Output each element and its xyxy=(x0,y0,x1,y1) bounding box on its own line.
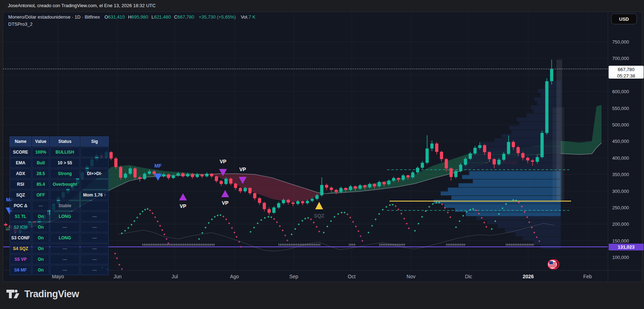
candle-body xyxy=(421,163,424,168)
ichimoku-cloud xyxy=(254,174,272,199)
bar-countdown: 05:27:38 xyxy=(609,73,644,79)
oscillator-dot xyxy=(220,214,222,216)
candle-body xyxy=(272,208,276,213)
candle-body xyxy=(172,175,175,178)
oscillator-dot xyxy=(459,220,461,222)
oscillator-dot xyxy=(389,204,391,206)
oscillator-dot xyxy=(114,253,116,255)
candle-body xyxy=(387,181,391,184)
candle-body xyxy=(181,173,184,176)
oscillator-dot xyxy=(327,226,328,228)
candle-body xyxy=(540,133,544,157)
candle-body xyxy=(196,174,199,177)
oscillator-dot xyxy=(268,216,269,218)
oscillator-dot xyxy=(264,217,266,219)
oscillator-dot xyxy=(211,219,213,220)
oscillator-dot xyxy=(313,222,315,224)
oscillator-dot xyxy=(228,223,230,224)
oscillator-dot xyxy=(375,219,377,220)
oscillator-dot xyxy=(231,227,233,229)
table-cell-name: RSI xyxy=(10,179,31,189)
candle-body xyxy=(483,145,486,152)
time-axis-label: Dic xyxy=(465,274,472,279)
oscillator-dot xyxy=(330,220,332,222)
ohlc-letter: O xyxy=(104,14,108,20)
oscillator-dot xyxy=(271,216,272,218)
oscillator-dot xyxy=(294,228,296,230)
table-header-cell: Status xyxy=(50,136,80,146)
oscillator-dot xyxy=(447,212,449,214)
symbol-legend[interactable]: Monero/Dólar estadounidense · 1D · Bitfi… xyxy=(8,14,256,20)
candle-body xyxy=(358,185,362,189)
candle-body xyxy=(373,184,376,186)
table-cell-name: S3 CONF xyxy=(10,233,31,243)
volume-value: 7 K xyxy=(248,14,256,20)
table-cell-value: On xyxy=(32,265,49,275)
candle-body xyxy=(368,184,371,187)
candle-body xyxy=(497,160,501,164)
candle-body xyxy=(138,177,142,179)
candle-body xyxy=(378,182,381,186)
oscillator-dot xyxy=(358,230,360,232)
candle-body xyxy=(516,147,520,153)
time-axis-label: 2026 xyxy=(522,274,534,279)
oscillator-dot xyxy=(350,217,351,219)
oscillator-dot xyxy=(450,216,451,218)
candle-body xyxy=(224,179,228,184)
table-cell-name: S5 VP xyxy=(10,254,31,264)
candle-body xyxy=(205,174,208,176)
table-header-cell: Sig xyxy=(80,136,109,146)
currency-toggle-button[interactable]: USD xyxy=(611,14,637,24)
table-cell-value: 100% xyxy=(32,147,49,157)
ichimoku-cloud xyxy=(592,106,596,154)
table-cell-name: S1 TL xyxy=(10,211,31,221)
table-cell-name: SCORE xyxy=(10,147,31,157)
table-cell-name: POC Δ xyxy=(10,201,31,211)
vp-marker-label: VP xyxy=(222,200,229,206)
oscillator-dot xyxy=(421,216,423,218)
volume-profile-bar xyxy=(501,134,561,138)
table-cell-value: OFF xyxy=(32,190,49,200)
table-cell-value: On xyxy=(32,244,49,254)
candle-body xyxy=(277,203,280,208)
ichimoku-cloud xyxy=(579,141,592,154)
oscillator-dot xyxy=(128,227,129,229)
volume-profile-bar xyxy=(523,237,561,241)
candle-body xyxy=(167,174,170,178)
price-axis-label: 350,000 xyxy=(612,172,629,177)
oscillator-dot xyxy=(341,212,343,214)
oscillator-dot xyxy=(257,223,259,224)
indicator-legend[interactable]: DTSPro3_2 xyxy=(8,21,33,27)
footer-brand[interactable]: TradingView xyxy=(6,288,79,300)
oscillator-dot xyxy=(408,228,410,229)
table-cell-status xyxy=(50,190,80,200)
oscillator-dot xyxy=(284,235,286,236)
table-cell-sig: Mom 1.76 ↑ xyxy=(80,190,109,200)
ohlc-values: O631,410H695,980L621,480C667,780 xyxy=(101,14,194,20)
candle-body xyxy=(306,201,309,203)
candle-body xyxy=(186,174,189,176)
candle-body xyxy=(330,188,333,190)
chart-panel: MFMFVPVPVPVPSQZ Monero/Dólar estadounide… xyxy=(3,12,642,282)
time-axis-label: Nov xyxy=(407,274,416,279)
table-cell-value: Bull xyxy=(32,158,49,168)
oscillator-dot xyxy=(119,264,120,266)
candle-body xyxy=(215,176,218,181)
oscillator-dot xyxy=(360,235,362,237)
volume-profile-bar xyxy=(459,167,561,171)
oscillator-dot xyxy=(371,225,373,227)
oscillator-dot xyxy=(304,218,306,220)
oscillator-dot xyxy=(261,219,262,221)
sqz-marker-label: SQZ xyxy=(314,213,325,219)
candle-body xyxy=(550,69,553,81)
candle-body xyxy=(478,145,481,148)
oscillator-dot xyxy=(164,234,165,235)
oscillator-dot xyxy=(302,220,303,222)
us-flag-badge-icon xyxy=(548,260,559,269)
ichimoku-cloud xyxy=(433,160,451,178)
oscillator-dot xyxy=(307,217,309,219)
oscillator-dot xyxy=(162,229,163,231)
vp-marker-icon xyxy=(179,193,187,200)
volume-profile-bar xyxy=(448,188,561,191)
oscillator-dot xyxy=(223,216,224,218)
